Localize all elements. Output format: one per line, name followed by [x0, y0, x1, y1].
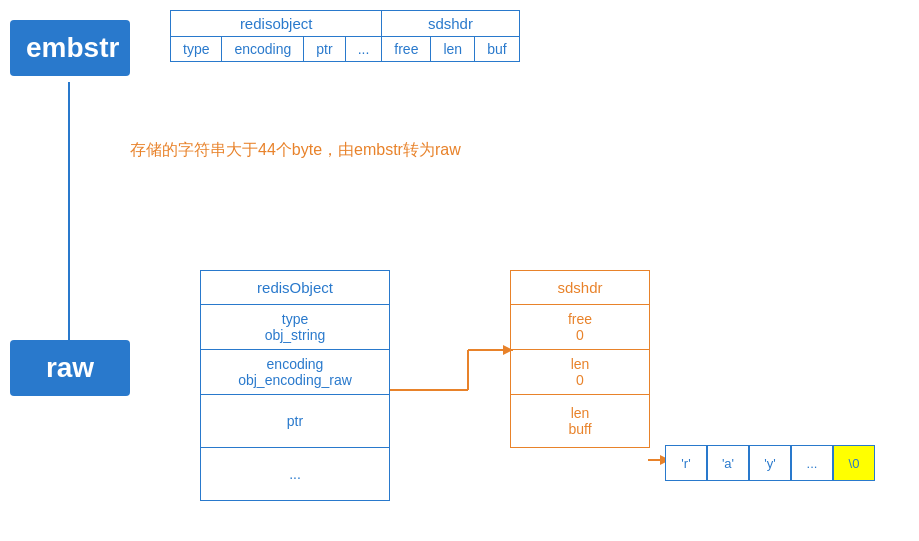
embstr-to-raw-arrow [68, 82, 70, 357]
bottom-redis-ellipsis-cell: ... [201, 448, 389, 500]
buf-cell-null: \0 [833, 445, 875, 481]
bottom-sdshdr-buff-cell: len buff [511, 395, 649, 447]
buf-array: 'r' 'a' 'y' ... \0 [665, 445, 875, 481]
bottom-sdshdr-header: sdshdr [511, 271, 649, 305]
top-encoding-cell: encoding [222, 37, 304, 62]
bottom-redis-header: redisObject [201, 271, 389, 305]
top-buf-cell: buf [475, 37, 519, 62]
buf-cell-y: 'y' [749, 445, 791, 481]
annotation-text: 存储的字符串大于44个byte，由embstr转为raw [130, 140, 461, 161]
top-sdshdr-header: sdshdr [382, 11, 519, 37]
top-len-cell: len [431, 37, 475, 62]
bottom-redis-box: redisObject type obj_string encoding obj… [200, 270, 390, 501]
buf-cell-ellipsis: ... [791, 445, 833, 481]
top-table: redisobject sdshdr type encoding ptr ...… [170, 10, 520, 62]
raw-label: raw [10, 340, 130, 396]
embstr-label: embstr [10, 20, 130, 76]
buf-cell-a: 'a' [707, 445, 749, 481]
top-ellipsis-cell: ... [345, 37, 382, 62]
bottom-redis-type-cell: type obj_string [201, 305, 389, 350]
top-ptr-cell: ptr [304, 37, 345, 62]
top-type-cell: type [171, 37, 222, 62]
bottom-sdshdr-box: sdshdr free 0 len 0 len buff [510, 270, 650, 448]
bottom-redis-encoding-cell: encoding obj_encoding_raw [201, 350, 389, 395]
ptr-arrow-svg [388, 340, 518, 460]
buf-cell-r: 'r' [665, 445, 707, 481]
top-redisobject-header: redisobject [171, 11, 382, 37]
bottom-redis-ptr-cell: ptr [201, 395, 389, 448]
top-free-cell: free [382, 37, 431, 62]
bottom-sdshdr-len-cell: len 0 [511, 350, 649, 395]
diagram: embstr raw redisobject sdshdr type encod… [0, 0, 919, 541]
bottom-sdshdr-free-cell: free 0 [511, 305, 649, 350]
